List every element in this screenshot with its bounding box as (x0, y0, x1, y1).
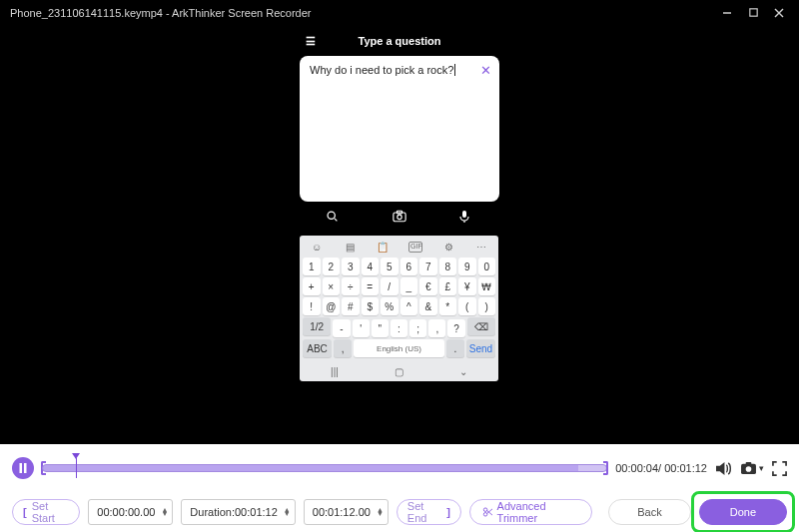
key: ) (478, 297, 496, 315)
key: ? (447, 319, 464, 337)
search-text: Why do i need to pick a rock? (310, 64, 455, 76)
key: 1 (303, 258, 321, 275)
key: # (342, 297, 360, 315)
svg-rect-15 (746, 462, 752, 465)
timeline-strip: 00:00:04/ 00:01:12 ▾ (0, 444, 799, 492)
input-mode-row (300, 210, 499, 230)
playhead[interactable] (76, 458, 77, 478)
timeline-track[interactable] (42, 458, 607, 478)
key: " (372, 319, 389, 337)
nav-row: ||| ▢ ⌄ (303, 361, 495, 381)
phone-header: ☰ Type a question (300, 31, 499, 51)
svg-rect-9 (462, 211, 466, 218)
fullscreen-button[interactable] (772, 461, 787, 476)
key: ÷ (342, 277, 360, 295)
clear-icon: ✕ (480, 63, 491, 78)
bottom-controls: [ Set Start 00:00:00.00 ▲▼ Duration:00:0… (0, 492, 799, 532)
key: & (419, 297, 437, 315)
start-time-input[interactable]: 00:00:00.00 ▲▼ (88, 499, 173, 525)
key: 4 (362, 258, 380, 275)
key-dot: . (446, 339, 464, 357)
key: ¥ (458, 277, 476, 295)
minimize-button[interactable] (717, 3, 737, 23)
key: × (323, 277, 341, 295)
window-title: Phone_231106141115.keymp4 - ArkThinker S… (10, 7, 711, 19)
duration-input[interactable]: Duration:00:01:12 ▲▼ (181, 499, 295, 525)
svg-point-16 (483, 508, 487, 512)
search-card: Why do i need to pick a rock? ✕ (300, 56, 499, 202)
svg-point-4 (328, 212, 335, 219)
camera-icon (393, 210, 406, 230)
key-send: Send (466, 339, 495, 357)
keyboard: ☺ ▤ 📋 GIF ⚙ ⋯ 1234567890 +×÷=/_€£¥₩ !@#$… (300, 236, 498, 381)
key: / (381, 277, 399, 295)
key: ' (353, 319, 370, 337)
start-time-spinner[interactable]: ▲▼ (161, 508, 168, 516)
mic-icon (459, 210, 473, 230)
volume-button[interactable] (715, 461, 732, 476)
key-lang: , (334, 339, 352, 357)
set-start-button[interactable]: [ Set Start (12, 499, 80, 525)
key: ^ (400, 297, 418, 315)
key: - (333, 319, 350, 337)
key-backspace: ⌫ (467, 317, 495, 335)
key: + (303, 277, 321, 295)
home-icon: ▢ (395, 366, 403, 377)
key: $ (362, 297, 380, 315)
svg-line-5 (335, 219, 337, 221)
time-display: 00:00:04/ 00:01:12 (615, 462, 707, 474)
key: 8 (439, 258, 457, 275)
key: , (428, 319, 445, 337)
close-button[interactable] (769, 3, 789, 23)
key-abc: ABC (303, 339, 332, 357)
key-space: English (US) (354, 339, 444, 357)
svg-rect-11 (20, 463, 23, 473)
title-bar: Phone_231106141115.keymp4 - ArkThinker S… (0, 0, 799, 25)
menu-icon: ☰ (306, 35, 316, 48)
done-highlight (691, 491, 795, 532)
maximize-button[interactable] (743, 3, 763, 23)
keyboard-toolbar: ☺ ▤ 📋 GIF ⚙ ⋯ (303, 239, 495, 256)
end-time-spinner[interactable]: ▲▼ (377, 508, 384, 516)
key-page: 1/2 (303, 317, 331, 335)
recents-icon: ||| (331, 366, 339, 377)
svg-rect-1 (749, 9, 756, 16)
end-time-input[interactable]: 00:01:12.00 ▲▼ (304, 499, 389, 525)
key: % (381, 297, 399, 315)
clipboard-icon: 📋 (376, 242, 390, 253)
back-icon: ⌄ (459, 366, 467, 377)
key: £ (439, 277, 457, 295)
key: 7 (419, 258, 437, 275)
key: 6 (400, 258, 418, 275)
key: 2 (323, 258, 341, 275)
back-button[interactable]: Back (608, 499, 690, 525)
key: 9 (458, 258, 476, 275)
set-end-button[interactable]: Set End ] (397, 499, 461, 525)
key: € (419, 277, 437, 295)
duration-spinner[interactable]: ▲▼ (284, 508, 291, 516)
key: @ (323, 297, 341, 315)
snapshot-button[interactable]: ▾ (740, 461, 764, 475)
pause-button[interactable] (12, 457, 34, 479)
end-bracket[interactable] (603, 461, 608, 475)
svg-point-7 (398, 215, 401, 219)
svg-point-17 (483, 513, 487, 517)
key: _ (400, 277, 418, 295)
key: ; (409, 319, 426, 337)
key: * (439, 297, 457, 315)
key: ! (303, 297, 321, 315)
video-preview: ☰ Type a question Why do i need to pick … (0, 25, 799, 444)
gear-icon: ⚙ (441, 242, 455, 253)
emoji-icon: ☺ (310, 242, 324, 253)
svg-point-14 (746, 466, 752, 472)
key: 0 (478, 258, 496, 275)
key: : (391, 319, 407, 337)
key: 3 (342, 258, 360, 275)
svg-rect-12 (24, 463, 27, 473)
phone-header-title: Type a question (359, 35, 441, 47)
advanced-trimmer-button[interactable]: Advanced Trimmer (469, 499, 592, 525)
key: ₩ (478, 277, 496, 295)
key: 5 (381, 258, 399, 275)
gif-icon: GIF (408, 242, 422, 253)
key: ( (458, 297, 476, 315)
